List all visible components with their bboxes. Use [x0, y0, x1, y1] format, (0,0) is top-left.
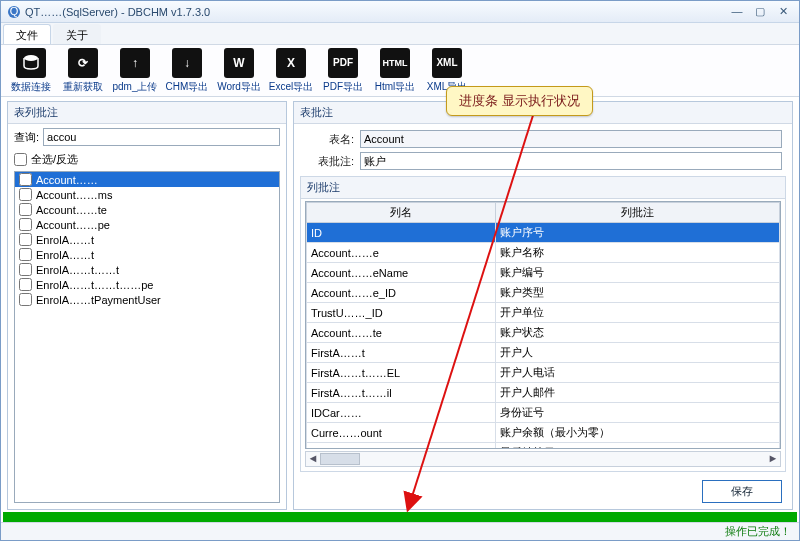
- cell-column-remark[interactable]: 账户类型: [496, 283, 780, 303]
- cell-column-remark[interactable]: 身份证号: [496, 403, 780, 423]
- cell-column-name: ID: [307, 223, 496, 243]
- list-item[interactable]: EnrolA……t……t: [15, 262, 279, 277]
- table-row[interactable]: Account……te账户状态: [307, 323, 780, 343]
- list-item-label: EnrolA……t: [36, 249, 94, 261]
- connect-button[interactable]: 数据连接: [7, 47, 55, 95]
- table-row[interactable]: Account……e_ID账户类型: [307, 283, 780, 303]
- html-icon: HTML: [380, 48, 410, 78]
- table-row[interactable]: StartC……g……te最后结算日: [307, 443, 780, 450]
- table-row[interactable]: IDCar……身份证号: [307, 403, 780, 423]
- cell-column-name: Account……e: [307, 243, 496, 263]
- cell-column-remark[interactable]: 账户编号: [496, 263, 780, 283]
- col-header-name[interactable]: 列名: [307, 203, 496, 223]
- pdf-export-button[interactable]: PDFPDF导出: [319, 47, 367, 95]
- toolbar: 数据连接 ⟳重新获取 ↑pdm_上传 ↓CHM导出 WWord导出 XExcel…: [1, 45, 799, 97]
- list-item[interactable]: EnrolA……tPaymentUser: [15, 292, 279, 307]
- minimize-button[interactable]: —: [727, 5, 747, 17]
- cell-column-name: Account……eName: [307, 263, 496, 283]
- col-header-remark[interactable]: 列批注: [496, 203, 780, 223]
- cell-column-remark[interactable]: 最后结算日: [496, 443, 780, 450]
- list-item[interactable]: EnrolA……t……t……pe: [15, 277, 279, 292]
- list-item-checkbox[interactable]: [19, 263, 32, 276]
- cell-column-name: StartC……g……te: [307, 443, 496, 450]
- refresh-button[interactable]: ⟳重新获取: [59, 47, 107, 95]
- list-item-checkbox[interactable]: [19, 218, 32, 231]
- maximize-button[interactable]: ▢: [750, 5, 770, 18]
- table-row[interactable]: FirstA……t……EL开户人电话: [307, 363, 780, 383]
- cell-column-name: FirstA……t……il: [307, 383, 496, 403]
- list-item-label: EnrolA……t: [36, 234, 94, 246]
- table-row[interactable]: ID账户序号: [307, 223, 780, 243]
- query-input[interactable]: [43, 128, 280, 146]
- cell-column-name: TrustU……_ID: [307, 303, 496, 323]
- cell-column-name: Account……e_ID: [307, 283, 496, 303]
- list-item-checkbox[interactable]: [19, 203, 32, 216]
- download-icon: ↓: [172, 48, 202, 78]
- left-group-title: 表列批注: [8, 102, 286, 124]
- table-row[interactable]: FirstA……t开户人: [307, 343, 780, 363]
- table-list[interactable]: Account……Account……msAccount……teAccount………: [14, 171, 280, 503]
- save-button[interactable]: 保存: [702, 480, 782, 503]
- list-item-checkbox[interactable]: [19, 173, 32, 186]
- cell-column-remark[interactable]: 账户序号: [496, 223, 780, 243]
- excel-icon: X: [276, 48, 306, 78]
- app-icon: Q: [7, 5, 21, 19]
- scroll-thumb[interactable]: [320, 453, 360, 465]
- cell-column-remark[interactable]: 账户名称: [496, 243, 780, 263]
- menu-file[interactable]: 文件: [3, 24, 51, 44]
- list-item[interactable]: Account……pe: [15, 217, 279, 232]
- table-remark-label: 表批注:: [304, 154, 354, 169]
- list-item[interactable]: Account……te: [15, 202, 279, 217]
- list-item[interactable]: EnrolA……t: [15, 232, 279, 247]
- list-item-label: Account……pe: [36, 219, 110, 231]
- select-all-label: 全选/反选: [31, 152, 78, 167]
- column-remark-group: 列批注 列名 列批注 ID账户序号Account……e账户名称Account………: [300, 176, 786, 472]
- list-item-checkbox[interactable]: [19, 278, 32, 291]
- list-item-label: EnrolA……t……t……pe: [36, 279, 153, 291]
- list-item-checkbox[interactable]: [19, 233, 32, 246]
- table-row[interactable]: Account……eName账户编号: [307, 263, 780, 283]
- pdm-upload-button[interactable]: ↑pdm_上传: [111, 47, 159, 95]
- horizontal-scrollbar[interactable]: ◄ ►: [305, 451, 781, 467]
- select-all-checkbox[interactable]: [14, 153, 27, 166]
- table-row[interactable]: FirstA……t……il开户人邮件: [307, 383, 780, 403]
- list-item-label: EnrolA……tPaymentUser: [36, 294, 161, 306]
- list-item-checkbox[interactable]: [19, 248, 32, 261]
- cell-column-name: IDCar……: [307, 403, 496, 423]
- right-pane: 表批注 表名: 表批注: 列批注 列名 列批注: [293, 101, 793, 510]
- scroll-left-icon[interactable]: ◄: [306, 452, 320, 466]
- list-item-label: Account……ms: [36, 189, 112, 201]
- list-item[interactable]: Account……: [15, 172, 279, 187]
- list-item-label: Account……te: [36, 204, 107, 216]
- svg-point-2: [24, 55, 38, 61]
- cell-column-remark[interactable]: 开户单位: [496, 303, 780, 323]
- close-button[interactable]: ✕: [773, 5, 793, 18]
- cell-column-remark[interactable]: 开户人: [496, 343, 780, 363]
- table-row[interactable]: Curre……ount账户余额（最小为零）: [307, 423, 780, 443]
- cell-column-remark[interactable]: 账户状态: [496, 323, 780, 343]
- list-item[interactable]: Account……ms: [15, 187, 279, 202]
- statusbar: 操作已完成！: [1, 522, 799, 540]
- column-grid[interactable]: 列名 列批注 ID账户序号Account……e账户名称Account……eNam…: [305, 201, 781, 449]
- list-item-checkbox[interactable]: [19, 293, 32, 306]
- cell-column-remark[interactable]: 开户人邮件: [496, 383, 780, 403]
- table-name-input[interactable]: [360, 130, 782, 148]
- menu-about[interactable]: 关于: [53, 24, 101, 44]
- scroll-right-icon[interactable]: ►: [766, 452, 780, 466]
- word-export-button[interactable]: WWord导出: [215, 47, 263, 95]
- titlebar[interactable]: Q QT……(SqlServer) - DBCHM v1.7.3.0 — ▢ ✕: [1, 1, 799, 23]
- database-icon: [16, 48, 46, 78]
- list-item-checkbox[interactable]: [19, 188, 32, 201]
- table-row[interactable]: TrustU……_ID开户单位: [307, 303, 780, 323]
- table-remark-input[interactable]: [360, 152, 782, 170]
- html-export-button[interactable]: HTMLHtml导出: [371, 47, 419, 95]
- list-item[interactable]: EnrolA……t: [15, 247, 279, 262]
- upload-icon: ↑: [120, 48, 150, 78]
- chm-export-button[interactable]: ↓CHM导出: [163, 47, 211, 95]
- cell-column-remark[interactable]: 账户余额（最小为零）: [496, 423, 780, 443]
- query-label: 查询:: [14, 130, 39, 145]
- pdf-icon: PDF: [328, 48, 358, 78]
- cell-column-remark[interactable]: 开户人电话: [496, 363, 780, 383]
- table-row[interactable]: Account……e账户名称: [307, 243, 780, 263]
- excel-export-button[interactable]: XExcel导出: [267, 47, 315, 95]
